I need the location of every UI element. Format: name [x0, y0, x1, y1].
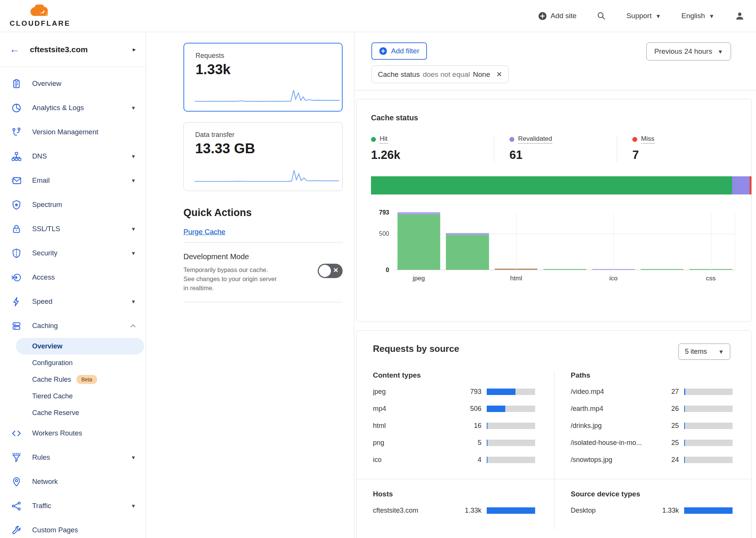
table-row: /video.mp4 27 [571, 383, 733, 400]
chevron-down-icon: ▼ [717, 48, 723, 55]
cloudflare-logo[interactable]: CLOUDFLARE [8, 5, 72, 28]
sidebar-item-ssl-tls[interactable]: SSL/TLS ▼ [0, 217, 146, 241]
top-nav: CLOUDFLARE Add site Support ▼ English ▼ [0, 0, 756, 32]
table-row: /snowtops.jpg 24 [571, 451, 733, 468]
traffic-icon [11, 501, 22, 511]
sidebar-item-speed[interactable]: Speed ▼ [0, 289, 146, 314]
sidebar-item-analytics-logs[interactable]: Analytics & Logs ▼ [0, 96, 146, 120]
pie-icon [11, 103, 22, 113]
filter-chip[interactable]: Cache status does not equal None ✕ [371, 65, 509, 83]
chevron-down-icon: ▼ [655, 13, 661, 19]
sidebar-subitem-tiered-cache[interactable]: Tiered Cache [0, 388, 146, 404]
filter-chip-value: None [473, 70, 490, 79]
sidebar-subitem-overview[interactable]: Overview [16, 338, 144, 355]
sidebar-subitem-configuration[interactable]: Configuration [0, 355, 146, 371]
support-label: Support [626, 12, 652, 20]
cache-status-title: Cache status [371, 114, 751, 122]
sidebar-item-email[interactable]: Email ▼ [0, 168, 146, 193]
cloudflare-cloud-icon [28, 5, 52, 19]
dns-icon [11, 151, 22, 162]
time-range-dropdown[interactable]: Previous 24 hours ▼ [646, 42, 731, 61]
divider [183, 302, 343, 302]
sidebar-item-security[interactable]: Security ▼ [0, 241, 146, 265]
support-menu[interactable]: Support ▼ [626, 12, 661, 20]
requests-by-source-card: Requests by source 5 items ▼ Content typ… [356, 330, 752, 538]
add-filter-button[interactable]: Add filter [371, 42, 427, 60]
sidebar-item-traffic[interactable]: Traffic ▼ [0, 494, 146, 518]
spectrum-icon [11, 200, 22, 210]
requests-by-source-title: Requests by source [373, 344, 459, 354]
sidebar-item-access[interactable]: Access ▼ [0, 265, 146, 289]
quick-actions-title: Quick Actions [183, 207, 343, 219]
filter-row: Add filter Previous 24 hours ▼ [371, 42, 731, 61]
sidebar-item-overview[interactable]: Overview ▼ [0, 72, 146, 96]
add-site-label: Add site [551, 12, 577, 20]
search-icon[interactable] [597, 11, 606, 20]
access-icon [11, 272, 22, 283]
bar-css [686, 213, 735, 270]
chevron-down-icon: ▼ [709, 13, 714, 19]
sidebar-item-network[interactable]: Network ▼ [0, 470, 146, 494]
back-arrow-icon[interactable]: ← [9, 44, 20, 54]
email-icon [11, 176, 22, 186]
value-bar [487, 507, 535, 514]
plus-circle-icon [538, 12, 547, 20]
legend-item: Hit 1.26k [371, 135, 494, 162]
funnel-icon [11, 452, 22, 463]
summary-card[interactable]: Requests 1.33k [183, 43, 343, 112]
value-bar [684, 389, 733, 395]
value-bar [487, 406, 535, 412]
sparkline-chart [195, 88, 340, 106]
value-bar [684, 423, 733, 429]
toggle-off-x-icon: ✕ [333, 266, 338, 274]
beta-badge: Beta [76, 375, 97, 384]
x-axis-label: html [492, 275, 540, 282]
chevron-down-icon: ▼ [131, 178, 136, 183]
development-mode-toggle[interactable]: ✕ [318, 264, 343, 278]
add-site-button[interactable]: Add site [538, 12, 577, 20]
items-count-dropdown[interactable]: 5 items ▼ [678, 344, 730, 360]
x-axis-label: jpeg [394, 275, 443, 282]
chevron-down-icon: ▼ [131, 299, 136, 305]
cloudflare-wordmark: CLOUDFLARE [10, 19, 71, 28]
pin-icon [11, 477, 22, 487]
sidebar-item-version-management[interactable]: Version Management ▼ [0, 120, 146, 144]
site-title: cftestsite3.com [30, 45, 88, 54]
chevron-right-icon[interactable]: ▸ [133, 46, 136, 53]
stacked-segment-miss [750, 176, 751, 194]
y-axis-tick: 500 [371, 230, 389, 237]
bar-col2 [443, 213, 492, 270]
table-row: /isolated-house-in-mo... 25 [571, 434, 733, 451]
bar-ico [589, 213, 638, 270]
user-icon[interactable] [735, 11, 745, 21]
hosts-table: Hosts cftestsite3.com 1.33k [357, 479, 554, 530]
source-device-types-table: Source device types Desktop 1.33k [554, 479, 751, 530]
divider [183, 242, 343, 243]
sidebar-item-workers-routes[interactable]: Workers Routes ▼ [0, 421, 146, 445]
purge-cache-link[interactable]: Purge Cache [183, 228, 225, 236]
sidebar: ← cftestsite3.com ▸ Overview ▼ Analytics… [0, 32, 146, 538]
toggle-knob [319, 265, 331, 277]
sidebar-header: ← cftestsite3.com ▸ [0, 32, 146, 67]
development-mode-row: Development Mode Temporarily bypass our … [183, 252, 343, 293]
sidebar-nav: Overview ▼ Analytics & Logs ▼ Version Ma… [0, 67, 146, 538]
close-icon[interactable]: ✕ [496, 70, 502, 79]
filter-chip-field: Cache status [378, 70, 420, 79]
sidebar-subitem-cache-rules[interactable]: Cache Rules Beta [0, 371, 146, 388]
development-mode-description: Temporarily bypass our cache. See change… [183, 266, 280, 293]
sidebar-item-rules[interactable]: Rules ▼ [0, 445, 146, 470]
table-row: Desktop 1.33k [571, 502, 733, 519]
sidebar-item-custom-pages[interactable]: Custom Pages ▼ [0, 518, 146, 538]
chevron-down-icon: ▼ [131, 503, 136, 509]
sidebar-subitem-cache-reserve[interactable]: Cache Reserve [0, 404, 146, 421]
cache-status-legend: Hit 1.26k Revalidated 61 Miss [371, 135, 751, 162]
value-bar [684, 507, 733, 514]
summary-card[interactable]: Data transfer 13.33 GB [183, 122, 343, 191]
table-row: jpeg 793 [373, 383, 535, 400]
language-menu[interactable]: English ▼ [681, 12, 714, 20]
sidebar-item-caching[interactable]: Caching [0, 314, 146, 338]
sidebar-item-dns[interactable]: DNS ▼ [0, 144, 146, 168]
sidebar-item-spectrum[interactable]: Spectrum ▼ [0, 193, 146, 217]
y-axis-tick: 793 [371, 209, 389, 216]
code-icon [11, 428, 22, 438]
